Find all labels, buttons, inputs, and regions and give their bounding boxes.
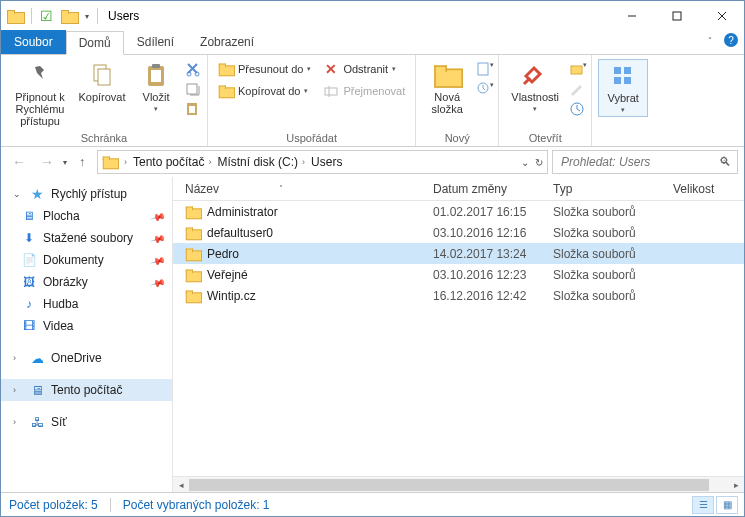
tab-home[interactable]: Domů [66,31,124,55]
edit-icon[interactable] [569,81,585,97]
network-icon: 🖧 [29,414,45,430]
recent-locations-dropdown[interactable]: ▾ [63,158,67,167]
tree-downloads[interactable]: ⬇Stažené soubory📌 [1,227,172,249]
tree-this-pc[interactable]: ›🖥Tento počítač [1,379,172,401]
large-icons-view-button[interactable]: ▦ [716,496,738,514]
tree-documents[interactable]: 📄Dokumenty📌 [1,249,172,271]
refresh-icon[interactable]: ↻ [535,157,543,168]
column-headers[interactable]: Název˄ Datum změny Typ Velikost [173,177,744,201]
select-button[interactable]: Vybrat ▾ [598,59,648,117]
easy-access-icon[interactable]: ▾ [476,81,492,97]
breadcrumb-item[interactable]: Místní disk (C:)› [217,155,307,169]
paste-shortcut-icon[interactable] [185,101,201,117]
folder-icon [186,290,200,301]
rename-button[interactable]: Přejmenovat [319,81,409,101]
item-count-label: Počet položek: [9,498,88,512]
tree-music[interactable]: ♪Hudba [1,293,172,315]
tree-desktop[interactable]: 🖥Plocha📌 [1,205,172,227]
history-icon[interactable] [569,101,585,117]
ribbon-tabbar: Soubor Domů Sdílení Zobrazení ˄ ? [1,31,744,55]
tab-share[interactable]: Sdílení [124,30,187,54]
scroll-right-icon[interactable]: ▸ [728,477,744,493]
up-button[interactable]: ↑ [71,151,93,173]
svg-rect-27 [624,77,631,84]
maximize-button[interactable] [654,1,699,31]
open-icon[interactable]: ▾ [569,61,585,77]
ribbon-group-clipboard: Připnout k Rychlému přístupu Kopírovat V… [1,55,208,146]
column-size[interactable]: Velikost [673,182,744,196]
pin-icon [25,61,55,89]
svg-rect-11 [187,84,197,94]
tree-videos[interactable]: 🎞Videa [1,315,172,337]
svg-rect-8 [152,64,160,68]
breadcrumb-item[interactable]: Users [311,155,342,169]
table-row[interactable]: Veřejné03.10.2016 12:23Složka souborů [173,264,744,285]
scroll-left-icon[interactable]: ◂ [173,477,189,493]
navigation-pane[interactable]: ⌄★Rychlý přístup 🖥Plocha📌 ⬇Stažené soubo… [1,177,173,492]
new-folder-icon [432,61,462,89]
tree-onedrive[interactable]: ›☁OneDrive [1,347,172,369]
chevron-down-icon: ▾ [154,105,158,113]
details-view-button[interactable]: ☰ [692,496,714,514]
pin-to-quick-access-button[interactable]: Připnout k Rychlému přístupu [7,59,73,127]
close-button[interactable] [699,1,744,31]
documents-icon: 📄 [21,252,37,268]
tree-quick-access[interactable]: ⌄★Rychlý přístup [1,183,172,205]
search-icon[interactable]: 🔍︎ [719,155,731,169]
address-dropdown-icon[interactable]: ⌄ [521,157,529,168]
copy-to-button[interactable]: Kopírovat do ▾ [214,81,315,101]
scroll-thumb[interactable] [189,479,709,491]
table-row[interactable]: defaultuser003.10.2016 12:16Složka soubo… [173,222,744,243]
new-item-icon[interactable]: ▾ [476,61,492,77]
column-date[interactable]: Datum změny [433,182,553,196]
copy-path-icon[interactable] [185,81,201,97]
qat-properties-icon[interactable]: ☑ [40,8,53,24]
tree-pictures[interactable]: 🖼Obrázky📌 [1,271,172,293]
tab-view[interactable]: Zobrazení [187,30,267,54]
search-input[interactable] [559,154,731,170]
new-folder-button[interactable]: Nová složka [422,59,472,115]
qat-customize-dropdown[interactable]: ▾ [85,12,89,21]
chevron-right-icon[interactable]: › [300,157,307,167]
table-row[interactable]: Wintip.cz16.12.2016 12:42Složka souborů [173,285,744,306]
folder-icon [186,269,200,280]
svg-rect-21 [571,66,582,74]
search-box[interactable]: 🔍︎ [552,150,738,174]
back-button[interactable]: ← [7,150,31,174]
table-row[interactable]: Administrator01.02.2017 16:15Složka soub… [173,201,744,222]
chevron-down-icon: ▾ [307,65,311,73]
minimize-ribbon-icon[interactable]: ˄ [708,36,718,45]
file-rows: Administrator01.02.2017 16:15Složka soub… [173,201,744,476]
properties-button[interactable]: Vlastnosti ▾ [505,59,565,113]
file-name: defaultuser0 [207,226,273,240]
minimize-button[interactable] [609,1,654,31]
column-name[interactable]: Název˄ [173,182,433,196]
move-to-button[interactable]: Přesunout do ▾ [214,59,315,79]
moveto-icon [218,61,234,77]
qat-newfolder-icon[interactable] [61,10,77,22]
chevron-right-icon[interactable]: › [122,157,129,167]
forward-button[interactable]: → [35,150,59,174]
properties-icon [520,61,550,89]
svg-rect-13 [189,106,195,113]
delete-button[interactable]: ✕ Odstranit ▾ [319,59,409,79]
tree-network[interactable]: ›🖧Síť [1,411,172,433]
help-icon[interactable]: ? [724,33,738,47]
cut-icon[interactable] [185,61,201,77]
music-icon: ♪ [21,296,37,312]
window-controls [609,1,744,31]
column-type[interactable]: Typ [553,182,673,196]
horizontal-scrollbar[interactable]: ◂ ▸ [173,476,744,492]
ribbon-group-organize: Přesunout do ▾ Kopírovat do ▾ ✕ Odstrani… [208,55,416,146]
table-row[interactable]: Pedro14.02.2017 13:24Složka souborů [173,243,744,264]
select-icon [608,62,638,90]
address-bar: ← → ▾ ↑ › Tento počítač› Místní disk (C:… [1,147,744,177]
copy-button[interactable]: Kopírovat [77,59,127,103]
breadcrumb-item[interactable]: Tento počítač› [133,155,213,169]
chevron-right-icon[interactable]: › [206,157,213,167]
breadcrumb[interactable]: › Tento počítač› Místní disk (C:)› Users… [97,150,548,174]
paste-button[interactable]: Vložit ▾ [131,59,181,113]
rename-icon [323,83,339,99]
tab-file[interactable]: Soubor [1,30,66,54]
separator [97,8,98,24]
